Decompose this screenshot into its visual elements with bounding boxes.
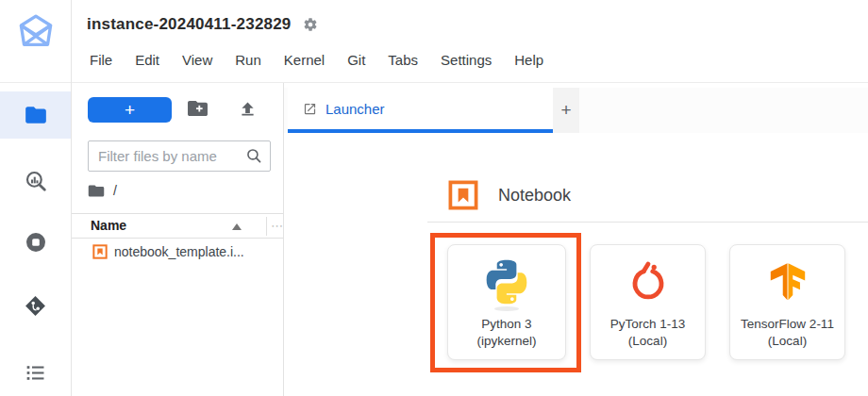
menu-kernel[interactable]: Kernel: [273, 49, 336, 72]
activity-bar: [0, 83, 71, 396]
launcher-section-title: Notebook: [498, 186, 571, 206]
file-row[interactable]: notebook_template.i...: [72, 239, 283, 264]
python-logo-icon: [480, 256, 533, 308]
launcher-card-pytorch[interactable]: PyTorch 1-13 (Local): [590, 244, 706, 360]
card-subtitle: (Local): [741, 333, 834, 350]
usage-monitor-icon: [24, 169, 48, 193]
card-subtitle: (Local): [610, 333, 686, 350]
breadcrumb-root[interactable]: /: [113, 183, 117, 198]
file-name: notebook_template.i...: [114, 244, 244, 259]
launcher-icon: [303, 102, 317, 116]
menu-git[interactable]: Git: [336, 49, 376, 72]
folder-icon[interactable]: [88, 184, 105, 198]
new-folder-icon: [187, 99, 209, 118]
sidebar-item-running-kernels[interactable]: [0, 219, 71, 266]
new-launcher-button[interactable]: +: [88, 97, 172, 123]
jupyterlab-window: instance-20240411-232829 File Edit View …: [0, 0, 868, 396]
main-area: Launcher + Notebook Python 3 (ipy: [284, 83, 868, 396]
menu-bar: File Edit View Run Kernel Git Tabs Setti…: [78, 49, 555, 72]
filter-files-input[interactable]: [88, 140, 271, 172]
sidebar-item-usage-monitor[interactable]: [0, 157, 71, 205]
folder-icon: [24, 103, 48, 127]
file-browser-panel: + / Name: [72, 83, 283, 396]
menu-help[interactable]: Help: [503, 49, 555, 72]
sidebar-item-git[interactable]: [0, 282, 71, 329]
top-bar: instance-20240411-232829 File Edit View …: [0, 0, 868, 83]
card-subtitle: (ipykernel): [476, 333, 536, 350]
upload-button[interactable]: [238, 99, 258, 122]
tensorflow-logo-icon: [766, 260, 810, 304]
upload-icon: [238, 99, 258, 119]
launcher-card-tensorflow[interactable]: TensorFlow 2-11 (Local): [729, 244, 845, 360]
page-title: instance-20240411-232829: [87, 13, 292, 36]
file-list-header[interactable]: Name ⋯: [72, 213, 283, 239]
sort-ascending-icon: [232, 223, 242, 230]
menu-run[interactable]: Run: [224, 49, 273, 72]
card-title: PyTorch 1-13: [610, 316, 686, 333]
column-divider: [266, 217, 267, 236]
workbench-logo-icon: [14, 13, 58, 60]
gear-icon[interactable]: [303, 17, 318, 32]
activity-bar-divider: [71, 0, 72, 396]
tab-launcher[interactable]: Launcher: [288, 88, 553, 133]
menu-settings[interactable]: Settings: [429, 49, 503, 72]
breadcrumb: /: [88, 180, 117, 201]
new-folder-button[interactable]: [187, 99, 209, 121]
search-icon: [245, 147, 263, 165]
menu-tabs[interactable]: Tabs: [376, 49, 429, 72]
menu-view[interactable]: View: [171, 49, 224, 72]
menu-file[interactable]: File: [78, 49, 124, 72]
new-tab-button[interactable]: +: [553, 88, 579, 133]
launcher-card-python3[interactable]: Python 3 (ipykernel): [447, 244, 566, 360]
section-divider: [427, 222, 868, 223]
card-title: Python 3: [476, 316, 536, 333]
column-overflow: ⋯: [271, 219, 283, 233]
table-of-contents-icon: [24, 361, 47, 385]
column-header-name[interactable]: Name: [91, 218, 126, 233]
running-kernels-icon: [24, 230, 48, 255]
notebook-icon: [448, 180, 478, 210]
launcher-section-header: Notebook: [448, 180, 571, 210]
logo-shadow: [494, 306, 519, 311]
git-icon: [24, 294, 47, 318]
menu-edit[interactable]: Edit: [124, 49, 171, 72]
tab-bar: Launcher +: [284, 88, 868, 133]
pytorch-logo-icon: [626, 259, 671, 305]
notebook-file-icon: [92, 244, 108, 259]
tab-label: Launcher: [326, 101, 385, 117]
sidebar-item-file-browser[interactable]: [0, 91, 71, 139]
workbench-logo: [14, 13, 58, 60]
file-browser-divider: [283, 83, 284, 396]
sidebar-item-table-of-contents[interactable]: [0, 349, 71, 396]
card-title: TensorFlow 2-11: [741, 316, 834, 333]
